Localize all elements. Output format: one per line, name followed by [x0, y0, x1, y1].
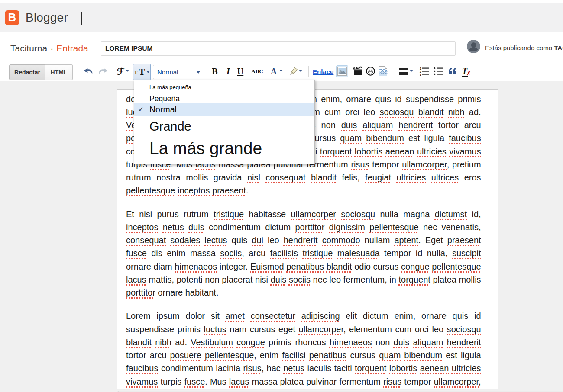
misspelled-word: congue	[236, 337, 265, 347]
misspelled-word: sociosqu	[447, 325, 481, 334]
chevron-down-icon	[299, 70, 302, 72]
strikethrough-button[interactable]: ABC	[251, 67, 264, 75]
html-mode-button[interactable]: HTML	[45, 64, 73, 80]
font-family-arrow[interactable]	[126, 70, 129, 72]
misspelled-word: Vestibulum	[191, 337, 233, 347]
text-line: suspendisse primis luctus nam cursus ege…	[126, 323, 481, 336]
text-color-arrow[interactable]	[279, 70, 283, 72]
misspelled-word: faucibus	[126, 363, 159, 373]
misspelled-word: facilisis	[270, 248, 298, 258]
misspelled-word: blandit	[327, 262, 352, 271]
misspelled-word: torquent	[398, 275, 430, 284]
misspelled-word: torquent	[355, 363, 386, 373]
misspelled-word: sociis	[220, 248, 242, 258]
avatar[interactable]	[467, 40, 480, 53]
remove-formatting-button[interactable]: T ✗	[461, 66, 472, 77]
misspelled-word: lobortis	[355, 147, 382, 156]
misspelled-word: fusce	[184, 377, 205, 386]
text-line: consequat sodales lectus quis dui leo he…	[126, 234, 481, 247]
text-color-button[interactable]: A	[270, 66, 278, 77]
misspelled-word: duis	[271, 275, 287, 284]
underline-button[interactable]: U	[237, 66, 244, 77]
misspelled-word: luctus	[204, 325, 226, 334]
post-title-input[interactable]	[101, 41, 456, 56]
misspelled-word: Euismod	[250, 262, 284, 271]
text-line: vivamus turpis fusce. Mus lacus massa pl…	[126, 375, 481, 388]
svg-text:2: 2	[420, 70, 421, 73]
text-line: lacus mattis, potenti non placerat nisi …	[126, 273, 481, 286]
alignment-arrow[interactable]	[410, 70, 413, 72]
font-size-option-label: Pequeña	[149, 94, 180, 103]
misspelled-word: penatibus	[286, 262, 324, 271]
font-family-button[interactable]: ℱ	[114, 66, 126, 77]
compose-mode-button[interactable]: Redactar	[9, 64, 45, 80]
italic-button[interactable]: I	[225, 66, 231, 77]
chevron-down-icon	[410, 70, 413, 72]
entry-type-label: Entrada	[56, 43, 88, 54]
chevron-down-icon	[279, 70, 283, 72]
misspelled-word: pellentesque	[432, 262, 481, 271]
misspelled-word: ullamcorper	[402, 160, 447, 169]
alignment-icon	[399, 68, 408, 75]
misspelled-word: feugiat	[365, 173, 391, 182]
insert-video-button[interactable]	[353, 66, 363, 76]
font-size-option[interactable]: La más pequeña	[134, 82, 314, 93]
insert-image-button[interactable]	[336, 65, 348, 77]
text-caret	[81, 12, 82, 25]
misspelled-word: blandit	[311, 173, 337, 182]
misspelled-word: vivamus	[126, 377, 158, 386]
misspelled-word: lectus	[204, 235, 227, 245]
misspelled-word: torquent	[320, 147, 352, 156]
font-size-button[interactable]: TT	[133, 64, 151, 80]
quote-button[interactable]	[448, 67, 457, 75]
misspelled-word: aliquam	[413, 337, 443, 347]
misspelled-word: nibh	[155, 337, 171, 347]
bullet-list-icon	[434, 67, 443, 76]
text-line: ornare diam himenaeos integer. Euismod p…	[126, 260, 481, 273]
font-size-option-label: La más pequeña	[149, 84, 191, 90]
insert-image-icon	[337, 66, 348, 77]
misspelled-word: bibendum	[404, 350, 442, 360]
alignment-button[interactable]	[399, 68, 408, 75]
misspelled-word: ultrices	[431, 173, 459, 182]
misspelled-word: hendrerit	[447, 337, 481, 347]
insert-link-button[interactable]: Enlace	[313, 67, 333, 76]
text-line: tortor arcu posuere pellentesque, enim f…	[126, 349, 481, 362]
numbered-list-icon: 123	[419, 67, 429, 76]
misspelled-word: aliquam	[362, 120, 393, 130]
toolbar-separator	[208, 66, 208, 77]
publishing-account-name: TACITURNA	[554, 44, 563, 51]
misspelled-word: aptent	[394, 235, 418, 245]
misspelled-word: praesent	[447, 235, 481, 245]
undo-button[interactable]	[83, 68, 94, 75]
bullet-list-button[interactable]	[434, 67, 443, 76]
text-line: fusce dis enim massa sociis, arcu facili…	[126, 247, 481, 260]
blogger-logo-icon[interactable]: B	[5, 10, 19, 25]
insert-jump-break-button[interactable]	[379, 66, 388, 77]
misspelled-word: pellentesque	[205, 350, 254, 360]
misspelled-word: inceptos	[126, 222, 159, 232]
text-line: pellentesque inceptos praesent.	[126, 184, 481, 197]
bold-button[interactable]: B	[211, 66, 219, 77]
svg-text:1: 1	[420, 67, 421, 70]
misspelled-word: sociosqu	[379, 107, 414, 117]
toolbar-separator	[393, 66, 393, 77]
misspelled-word: faucibus	[449, 133, 481, 143]
numbered-list-button[interactable]: 123	[419, 67, 429, 76]
misspelled-word: posuere	[170, 350, 201, 360]
font-size-option[interactable]: ✓Normal	[134, 103, 314, 116]
app-title: Blogger	[26, 10, 68, 25]
paragraph-format-select[interactable]: Normal	[153, 65, 204, 79]
font-size-option[interactable]: La más grande	[134, 136, 314, 161]
font-size-icon: T	[134, 69, 138, 76]
misspelled-word: quam	[340, 133, 362, 143]
misspelled-word: hendrerit	[398, 120, 433, 130]
redo-button[interactable]	[97, 68, 108, 75]
font-size-option[interactable]: Grande	[134, 117, 314, 136]
highlight-color-arrow[interactable]	[299, 70, 302, 72]
misspelled-word: congue	[401, 262, 430, 271]
misspelled-word: tristique	[214, 209, 244, 219]
misspelled-word: consequat	[126, 235, 166, 245]
insert-emoji-button[interactable]	[366, 67, 375, 76]
highlight-color-button[interactable]	[288, 66, 298, 76]
